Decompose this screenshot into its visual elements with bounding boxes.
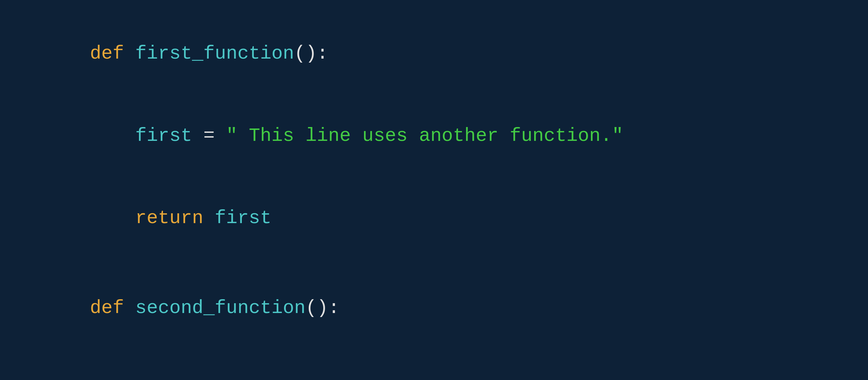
keyword-def-3: def <box>90 297 124 319</box>
space <box>124 297 135 319</box>
var-first: first <box>135 125 192 147</box>
line-5: first = " This line uses another functio… <box>22 95 846 177</box>
keyword-return-2: return <box>135 207 203 229</box>
line-6: return first <box>22 177 846 260</box>
line-3: return hello <box>22 0 846 5</box>
code-editor: def hello_world(): hello = "Hello World!… <box>0 0 868 380</box>
parens-colon: (): <box>294 43 328 64</box>
line-8: second = " Here's another function!" <box>22 349 846 380</box>
parens-colon: (): <box>305 297 340 319</box>
line-7: def second_function(): <box>22 267 846 349</box>
second-function-block: def second_function(): second = " Here's… <box>22 267 846 380</box>
hello-world-block: def hello_world(): hello = "Hello World!… <box>22 0 846 5</box>
var-first-ref: first <box>203 207 271 229</box>
indent <box>90 207 135 229</box>
fn-first-function: first_function <box>135 43 294 64</box>
keyword-def-2: def <box>90 43 124 64</box>
line-4: def first_function(): <box>22 13 846 95</box>
string-first-function: " This line uses another function." <box>226 125 623 147</box>
assign: = <box>192 125 226 147</box>
fn-second-function: second_function <box>135 297 305 319</box>
indent <box>90 125 135 147</box>
first-function-block: def first_function(): first = " This lin… <box>22 13 846 260</box>
space <box>124 43 135 64</box>
